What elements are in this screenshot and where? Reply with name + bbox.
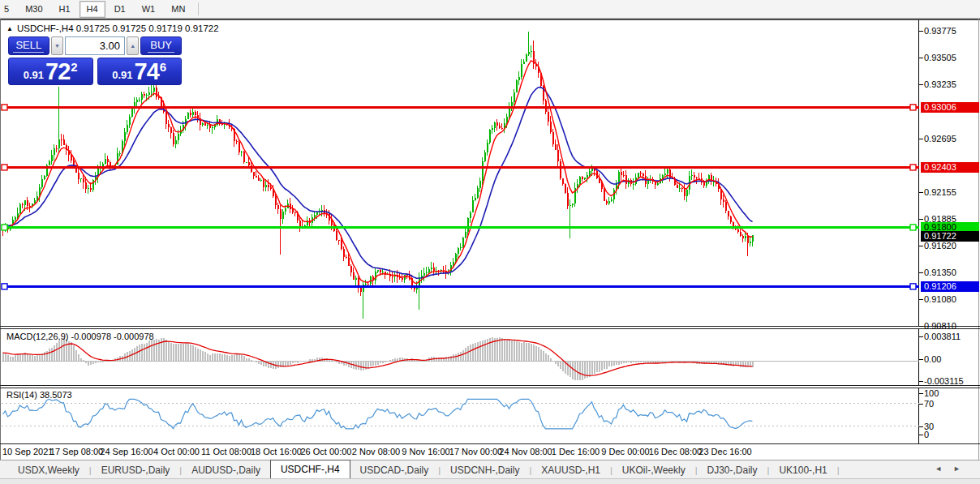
chart-tab-bar: USDX,Weekly|EURUSD-,Daily|AUDUSD-,DailyU… [0, 460, 980, 479]
time-axis-label: 2 Nov 08:00 [352, 447, 400, 456]
price-tick [919, 58, 923, 58]
level-price-tag: 0.93006 [921, 102, 979, 113]
buy-price-display[interactable]: 0.91 74 6 [97, 58, 183, 85]
time-axis-border [0, 443, 980, 444]
sell-button[interactable]: SELL [8, 36, 49, 55]
chart-tab-XAUUSD-H1[interactable]: XAUUSD-,H1 [531, 462, 610, 478]
line-anchor[interactable] [910, 165, 916, 170]
time-axis-label: 17 Nov 00:00 [449, 447, 502, 456]
price-tick [919, 326, 923, 327]
timeframe-toolbar: 5M30H1H4D1W1MN [0, 0, 980, 19]
tab-scroll-right-icon[interactable]: ► [953, 465, 972, 473]
chart-title: ▲USDCHF-,H4 0.91725 0.91725 0.91719 0.91… [6, 24, 219, 33]
volume-decrease-button[interactable]: ▼ [51, 36, 63, 55]
macd-signal-line [3, 340, 753, 376]
price-tick [919, 299, 923, 300]
sell-price-display[interactable]: 0.91 72 2 [8, 58, 93, 85]
pane-separator[interactable] [0, 328, 980, 329]
sell-price-big: 72 [45, 60, 70, 84]
price-tick [919, 272, 923, 273]
pane-separator[interactable] [0, 385, 980, 386]
macd-histogram [2, 337, 754, 380]
time-axis-label: 23 Dec 16:00 [698, 447, 751, 456]
macd-tick [919, 359, 923, 360]
price-axis-label: 0.91080 [924, 294, 956, 304]
time-axis-label: 17 Sep 08:00 [50, 447, 103, 456]
buy-button[interactable]: BUY [140, 36, 182, 55]
line-anchor[interactable] [2, 165, 7, 170]
time-axis-label: 9 Nov 16:00 [402, 447, 449, 456]
line-anchor[interactable] [2, 105, 7, 110]
chart-title-text: USDCHF-,H4 0.91725 0.91725 0.91719 0.917… [17, 24, 219, 33]
toolbar-separator [198, 2, 199, 15]
macd-tick [919, 336, 923, 337]
line-anchor[interactable] [910, 225, 916, 230]
price-axis-label: 0.92155 [924, 187, 956, 197]
tab-scroll-left-icon[interactable]: ◄ [935, 465, 953, 473]
line-anchor[interactable] [910, 105, 916, 110]
rsi-tick [919, 404, 923, 405]
time-axis-label: 24 Sep 16:00 [100, 447, 153, 456]
ma-slow-line [3, 88, 753, 279]
chart-tab-USDX-Weekly[interactable]: USDX,Weekly [8, 462, 89, 478]
tab-scroll-controls: ◄► [935, 465, 972, 473]
buy-price-sup: 6 [160, 60, 166, 74]
status-strip [0, 478, 980, 484]
price-tick [919, 31, 923, 32]
timeframe-button-D1[interactable]: D1 [107, 1, 133, 18]
price-axis-label: 0.90810 [924, 321, 956, 331]
macd-axis-label: 0.003811 [924, 332, 961, 341]
time-axis-label: 11 Oct 08:00 [201, 447, 251, 456]
rsi-tick [919, 426, 923, 427]
time-axis-label: 4 Oct 00:00 [153, 447, 200, 456]
one-click-trading-panel: SELL ▼ ▲ BUY 0.91 72 2 0.91 74 6 [8, 36, 182, 85]
price-axis-label: 0.93775 [924, 26, 956, 36]
time-axis-label: 10 Sep 2021 [2, 447, 53, 456]
price-axis-label: 0.92695 [924, 134, 956, 143]
pane-separator[interactable] [0, 326, 980, 327]
chart-tab-UK100-H1[interactable]: UK100-,H1 [769, 462, 836, 478]
tab-list: USDX,Weekly|EURUSD-,Daily|AUDUSD-,DailyU… [0, 460, 840, 480]
timeframe-button-M30[interactable]: M30 [18, 1, 49, 18]
volume-increase-button[interactable]: ▲ [127, 36, 139, 55]
chart-tab-DJ30-Daily[interactable]: DJ30-,Daily [698, 462, 767, 478]
macd-axis-label: 0.00 [924, 354, 941, 364]
chart-tab-USDCHF-H4[interactable]: USDCHF-,H4 [270, 460, 350, 479]
chart-tab-AUDUSD-Daily[interactable]: AUDUSD-,Daily [182, 462, 270, 478]
chart-tab-EURUSD-Daily[interactable]: EURUSD-,Daily [92, 462, 180, 478]
price-tick [919, 84, 923, 85]
rsi-axis-label: 0 [924, 430, 929, 439]
time-axis-label: 18 Oct 16:00 [251, 447, 302, 456]
sell-price-sup: 2 [71, 60, 77, 74]
price-tick [919, 246, 923, 246]
line-anchor[interactable] [910, 284, 916, 289]
timeframe-button-H4[interactable]: H4 [80, 1, 105, 18]
macd-axis-label: -0.003115 [924, 376, 964, 386]
chart-tab-UKOil-Weekly[interactable]: UKOil-,Weekly [612, 462, 695, 478]
time-axis-label: 16 Dec 08:00 [649, 447, 702, 456]
tab-separator: | [837, 465, 840, 475]
buy-price-prefix: 0.91 [112, 69, 132, 81]
price-axis-label: 0.91620 [924, 241, 956, 251]
collapse-icon[interactable]: ▲ [6, 25, 13, 32]
line-anchor[interactable] [2, 284, 7, 289]
buy-price-big: 74 [135, 60, 159, 84]
line-anchor[interactable] [2, 225, 7, 230]
macd-label: MACD(12,26,9) -0.000978 -0.000978 [6, 332, 154, 341]
price-axis-label: 0.93505 [924, 53, 956, 62]
time-axis-label: 9 Dec 00:00 [601, 447, 649, 456]
volume-input[interactable] [65, 36, 125, 55]
timeframe-button-MN[interactable]: MN [164, 1, 192, 18]
timeframe-button-W1[interactable]: W1 [135, 1, 163, 18]
price-tick [919, 219, 923, 220]
timeframe-button-5[interactable]: 5 [0, 1, 16, 18]
chart-tab-USDCNH-Daily[interactable]: USDCNH-,Daily [441, 462, 529, 478]
chart-tab-USDCAD-Daily[interactable]: USDCAD-,Daily [350, 462, 439, 478]
current-price-tag: 0.91722 [921, 231, 979, 242]
price-axis-label: 0.91350 [924, 268, 956, 277]
rsi-axis-label: 70 [924, 399, 934, 409]
rsi-tick [919, 393, 923, 394]
timeframe-button-H1[interactable]: H1 [52, 1, 78, 18]
rsi-indicator-canvas[interactable] [0, 388, 980, 443]
pane-separator[interactable] [0, 388, 980, 388]
